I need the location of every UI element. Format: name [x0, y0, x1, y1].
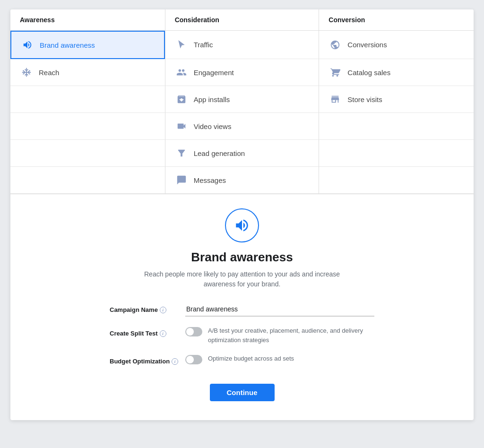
continue-button[interactable]: Continue: [210, 384, 275, 401]
selected-objective-title: Brand awareness: [191, 250, 293, 265]
campaign-name-info-icon[interactable]: i: [160, 307, 166, 313]
cell-video-views[interactable]: Video views: [165, 113, 320, 140]
cell-store-visits[interactable]: Store visits: [319, 86, 474, 113]
selected-objective-icon: [225, 208, 259, 242]
cell-reach[interactable]: Reach: [10, 59, 165, 86]
budget-opt-info-icon[interactable]: i: [172, 358, 178, 365]
budget-opt-toggle[interactable]: [185, 355, 202, 364]
cell-label: Conversions: [347, 41, 387, 49]
cell-label: Brand awareness: [40, 41, 95, 49]
split-test-toggle[interactable]: [185, 327, 202, 336]
col-header-awareness: Awareness: [10, 9, 165, 31]
cell-label: Traffic: [194, 41, 213, 49]
messages-icon: [175, 173, 188, 187]
cell-lead-generation[interactable]: Lead generation: [165, 140, 320, 167]
cell-label: Messages: [194, 176, 226, 184]
split-test-slider: [185, 327, 202, 336]
engagement-icon: [175, 66, 188, 79]
cell-label: Reach: [39, 69, 59, 77]
selected-objective-desc: Reach people more likely to pay attentio…: [129, 269, 355, 289]
cell-app-installs[interactable]: App installs: [165, 86, 320, 113]
traffic-icon: [175, 38, 188, 52]
main-card: Awareness Consideration Conversion Brand…: [10, 9, 474, 420]
budget-opt-toggle-group: Optimize budget across ad sets: [185, 354, 294, 364]
cell-label: Store visits: [347, 95, 382, 103]
campaign-form: Campaign Name i Create Split Test i A/B …: [110, 302, 374, 374]
campaign-name-label: Campaign Name i: [110, 302, 185, 313]
budget-opt-label: Budget Optimization i: [110, 354, 185, 365]
conversions-icon: [328, 38, 342, 52]
store-visits-icon: [328, 93, 342, 106]
lead-generation-icon: [175, 146, 188, 160]
reach-icon: [20, 66, 33, 79]
col-header-consideration: Consideration: [165, 9, 320, 31]
video-views-icon: [175, 120, 188, 133]
cell-engagement[interactable]: Engagement: [165, 59, 320, 86]
cell-conversions[interactable]: Conversions: [319, 31, 474, 59]
budget-opt-desc: Optimize budget across ad sets: [208, 354, 294, 363]
empty-conversion-4: [319, 140, 474, 167]
campaign-name-input[interactable]: [185, 302, 374, 317]
col-header-conversion: Conversion: [319, 9, 474, 31]
budget-opt-slider: [185, 355, 202, 364]
cell-label: Engagement: [194, 69, 234, 77]
brand-awareness-icon: [21, 38, 34, 52]
empty-conversion-5: [319, 167, 474, 194]
cell-label: Video views: [194, 122, 232, 130]
split-test-toggle-group: A/B test your creative, placement, audie…: [185, 326, 374, 345]
cell-traffic[interactable]: Traffic: [165, 31, 320, 59]
cell-messages[interactable]: Messages: [165, 167, 320, 194]
empty-awareness-4: [10, 140, 165, 167]
objective-grid: Awareness Consideration Conversion Brand…: [10, 9, 474, 194]
app-installs-icon: [175, 93, 188, 106]
cell-label: Lead generation: [194, 149, 245, 157]
empty-awareness-5: [10, 167, 165, 194]
split-test-desc: A/B test your creative, placement, audie…: [208, 326, 374, 345]
empty-awareness-2: [10, 86, 165, 113]
split-test-info-icon[interactable]: i: [160, 330, 166, 337]
budget-opt-row: Budget Optimization i Optimize budget ac…: [110, 354, 374, 365]
bottom-section: Brand awareness Reach people more likely…: [10, 194, 474, 420]
cell-label: Catalog sales: [347, 69, 390, 77]
split-test-label: Create Split Test i: [110, 326, 185, 337]
catalog-sales-icon: [328, 66, 342, 79]
split-test-row: Create Split Test i A/B test your creati…: [110, 326, 374, 345]
empty-conversion-3: [319, 113, 474, 140]
cell-brand-awareness[interactable]: Brand awareness: [10, 31, 165, 59]
cell-label: App installs: [194, 95, 230, 103]
empty-awareness-3: [10, 113, 165, 140]
campaign-name-row: Campaign Name i: [110, 302, 374, 317]
cell-catalog-sales[interactable]: Catalog sales: [319, 59, 474, 86]
